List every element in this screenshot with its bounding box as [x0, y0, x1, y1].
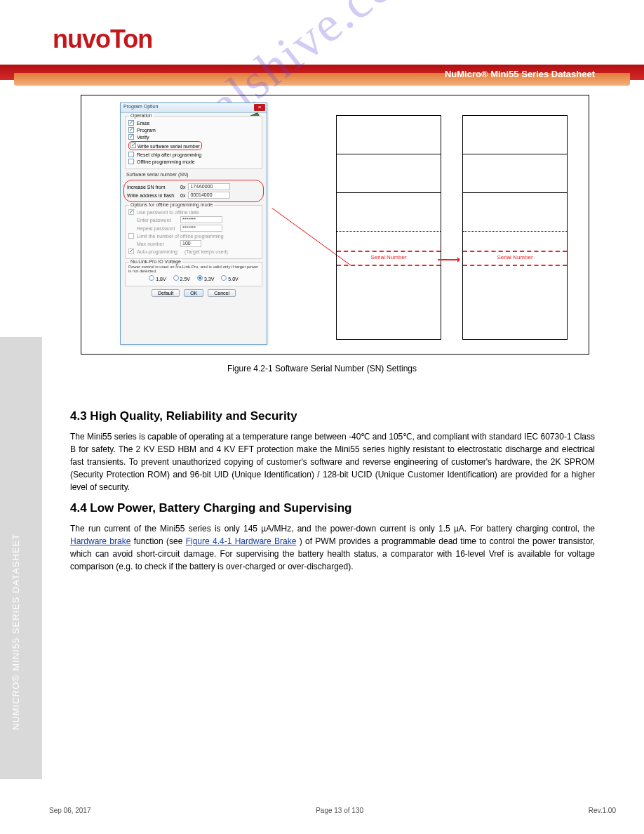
- arrow-icon: [438, 259, 459, 260]
- program-option-dialog: Program Option × Operation Erase Program…: [120, 102, 267, 345]
- section-4-3: 4.3 High Quality, Reliability and Securi…: [70, 409, 595, 494]
- doc-title: NuMicro® Mini55 Series Datasheet: [445, 69, 595, 79]
- footer-date: Sep 06, 2017: [49, 807, 91, 814]
- group-operation: Operation Erase Program Verify Write sof…: [125, 116, 262, 169]
- label-use-pwd: Use password to offline data: [137, 210, 199, 215]
- heading-4-4: 4.4 Low Power, Battery Charging and Supe…: [70, 501, 595, 515]
- footer-page: Page 13 of 130: [316, 807, 363, 814]
- group-voltage-title: Nu-Link-Pro IO Voltage: [129, 259, 182, 264]
- label-verify: Verify: [137, 135, 149, 140]
- checkbox-limit-num: [128, 233, 134, 239]
- link-hardware-brake[interactable]: Hardware brake: [70, 536, 130, 546]
- link-figure-4-4-1[interactable]: Figure 4.4-1 Hardware Brake: [186, 536, 297, 546]
- default-button[interactable]: Default: [152, 289, 180, 297]
- body-4-4-b: function (see: [134, 536, 186, 546]
- radio-1-8v[interactable]: [149, 275, 154, 281]
- checkbox-program[interactable]: [128, 127, 134, 133]
- label-auto-prog-note: (Target keeps used): [185, 249, 228, 254]
- figure-caption: Figure 4.2-1 Software Serial Number (SN)…: [0, 364, 644, 373]
- label-5-0v: 5.0V: [228, 277, 238, 282]
- sn-highlight-box: Increase SN from0x174A0000 Write address…: [123, 180, 264, 202]
- page-footer: Sep 06, 2017 Page 13 of 130 Rev.1.00: [49, 807, 616, 814]
- dialog-titlebar: Program Option ×: [121, 103, 267, 113]
- checkbox-use-pwd: [128, 209, 134, 215]
- radio-3-3v[interactable]: [197, 275, 203, 281]
- radio-5-0v[interactable]: [221, 275, 227, 281]
- label-reset-chip: Reset chip after programming: [137, 152, 201, 157]
- memory-map-left: Serial Number: [336, 115, 441, 340]
- body-4-4-a: The run current of the Mini55 series is …: [70, 524, 595, 534]
- checkbox-offline-mode[interactable]: [128, 159, 134, 164]
- voltage-note: Power control is used on Nu-Link-Pro, an…: [128, 265, 259, 273]
- group-offline-title: Options for offline programming mode: [129, 202, 214, 207]
- label-3-3v: 3.3V: [204, 277, 214, 282]
- input-enter-pwd: *******: [180, 216, 222, 223]
- input-sn-addr[interactable]: 00014000: [188, 192, 230, 199]
- ok-button[interactable]: OK: [184, 289, 203, 297]
- input-max-num: 100: [180, 240, 201, 247]
- radio-2-5v[interactable]: [173, 275, 179, 281]
- label-repeat-pwd: Repeat password: [128, 226, 177, 231]
- sidebar-label: NUMICRO® MINI55 SERIES DATASHEET: [11, 534, 21, 730]
- footer-rev: Rev.1.00: [589, 807, 616, 814]
- brand-logo: nuvoTon: [53, 25, 152, 54]
- cancel-button[interactable]: Cancel: [208, 289, 236, 297]
- input-repeat-pwd: *******: [180, 225, 222, 232]
- section-4-4: 4.4 Low Power, Battery Charging and Supe…: [70, 501, 595, 573]
- label-enter-pwd: Enter password: [128, 218, 177, 223]
- heading-4-3: 4.3 High Quality, Reliability and Securi…: [70, 409, 595, 423]
- group-sn-title: Software serial number (SN): [126, 172, 262, 177]
- label-sn-increase: Increase SN from: [127, 185, 177, 190]
- figure-container: Program Option × Operation Erase Program…: [81, 95, 589, 355]
- sidebar: NUMICRO® MINI55 SERIES DATASHEET: [0, 337, 42, 779]
- sn-prefix2: 0x: [180, 193, 185, 198]
- body-4-4: The run current of the Mini55 series is …: [70, 522, 595, 573]
- checkbox-verify[interactable]: [128, 134, 134, 140]
- label-sn-addr: Write address in flash: [127, 193, 177, 198]
- dialog-buttons: Default OK Cancel: [121, 288, 267, 300]
- body-4-3: The Mini55 series is capable of operatin…: [70, 430, 595, 494]
- dialog-title: Program Option: [123, 104, 158, 109]
- checkbox-reset-chip[interactable]: [128, 152, 134, 157]
- sn-prefix1: 0x: [180, 185, 185, 190]
- memory-map-right: Serial Number: [462, 115, 568, 340]
- label-offline-mode: Offline programming mode: [137, 159, 195, 164]
- group-operation-title: Operation: [129, 113, 154, 118]
- checkbox-write-sn[interactable]: [130, 143, 136, 148]
- checkbox-auto-prog: [128, 249, 134, 254]
- label-1-8v: 1.8V: [156, 277, 166, 282]
- label-program: Program: [137, 128, 156, 133]
- label-max-num: Max number: [128, 241, 177, 246]
- close-icon[interactable]: ×: [254, 104, 265, 111]
- label-limit-num: Limit the number of offline programming: [137, 234, 224, 239]
- label-2-5v: 2.5V: [180, 277, 190, 282]
- label-write-sn: Write software serial number: [137, 144, 200, 149]
- input-sn-increase[interactable]: 174A0000: [188, 183, 230, 190]
- label-auto-prog: Auto-programming: [137, 249, 177, 254]
- label-erase: Erase: [137, 121, 149, 126]
- group-voltage: Nu-Link-Pro IO Voltage Power control is …: [125, 262, 262, 286]
- checkbox-erase[interactable]: [128, 120, 134, 126]
